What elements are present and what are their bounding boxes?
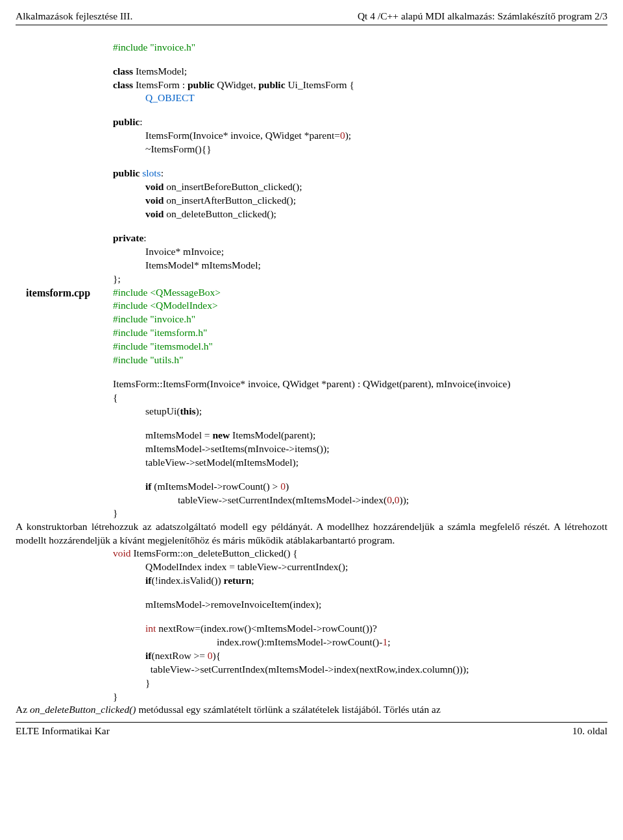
code-qmodelindex: QModelIndex index = tableView->currentIn… [145,560,607,574]
code-if-nextrow: if(nextRow >= 0){ [145,649,607,663]
code-if-isvalid: if(!index.isValid()) return; [145,574,607,588]
code-mitemsmodel: ItemsModel* mItemsModel; [145,259,607,272]
code-if-rowcount: if (mItemsModel->rowCount() > 0) [145,480,607,494]
code-public-label: public: [113,115,607,129]
code-qobject: Q_OBJECT [145,91,607,105]
code-slot-insertafter: void on_insertAfterButton_clicked(); [145,194,607,208]
code-setcurrentindex: tableView->setCurrentIndex(mItemsModel->… [178,494,607,507]
page-footer: ELTE Informatikai Kar 10. oldal [16,723,607,738]
paragraph-constructor-desc: A konstruktorban létrehozzuk az adatszol… [16,520,607,547]
paragraph-delete-desc: Az on_deleteButton_clicked() metódussal … [16,703,607,716]
code-new-itemsmodel: mItemsModel = new ItemsModel(parent); [145,429,607,442]
code-slot-delete: void on_deleteButton_clicked(); [145,208,607,221]
code-setupui: setupUi(this); [145,405,607,418]
code-removeinvoiceitem: mItemsModel->removeInvoiceItem(index); [145,598,607,612]
code-include-itemsmodel: #include "itemsmodel.h" [113,340,607,354]
code-deletebutton-def: void ItemsForm::on_deleteButton_clicked(… [113,547,607,560]
header-right: Qt 4 /C++ alapú MDI alkalmazás: Számlaké… [358,9,607,23]
code-include-invoice: #include "invoice.h" [113,41,607,54]
code-brace-open: { [113,391,607,405]
code-private-label: private: [113,232,607,245]
code-include-invoice2: #include "invoice.h" [113,313,607,326]
code-int-nextrow: int nextRow=(index.row()<mItemsModel->ro… [145,622,607,636]
side-label-itemsform-cpp: itemsform.cpp [26,286,90,300]
code-setcurrentindex2: tableView->setCurrentIndex(mItemsModel->… [145,663,607,677]
footer-left: ELTE Informatikai Kar [16,724,110,738]
code-setitems: mItemsModel->setItems(mInvoice->items())… [145,442,607,456]
code-nextrow-calc: index.row():mItemsModel->rowCount()-1; [217,636,607,649]
code-class-itemsmodel: class ItemsModel; [113,65,607,78]
code-destructor-decl: ~ItemsForm(){} [145,143,607,156]
header-left: Alkalmazások fejlesztése III. [16,9,132,23]
footer-right: 10. oldal [572,724,607,738]
code-public-slots-label: public slots: [113,167,607,180]
code-minvoice: Invoice* mInvoice; [145,245,607,259]
code-inner-brace-close: } [145,677,607,690]
code-method-brace-close: } [113,690,607,704]
code-class-close: }; [113,272,607,286]
code-include-utils: #include "utils.h" [113,354,607,367]
code-include-itemsform: #include "itemsform.h" [113,326,607,340]
code-slot-insertbefore: void on_insertBeforeButton_clicked(); [145,180,607,194]
code-constructor-decl: ItemsForm(Invoice* invoice, QWidget *par… [145,129,607,143]
code-setmodel: tableView->setModel(mItemsModel); [145,456,607,470]
code-constructor-def: ItemsForm::ItemsForm(Invoice* invoice, Q… [113,378,607,391]
code-brace-close: } [113,507,607,520]
code-include-qmodelindex: #include <QModelIndex> [113,299,607,313]
page-header: Alkalmazások fejlesztése III. Qt 4 /C++ … [16,9,607,25]
page-content: #include "invoice.h" class ItemsModel; c… [16,25,607,722]
code-include-qmessagebox: #include <QMessageBox> [113,286,607,300]
code-class-itemsform: class ItemsForm : public QWidget, public… [113,78,607,92]
